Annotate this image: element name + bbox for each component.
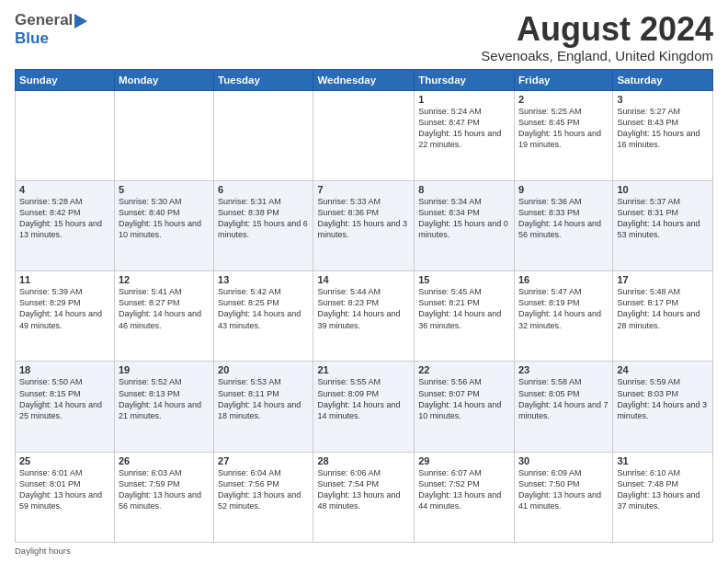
- day-number: 9: [518, 184, 609, 195]
- calendar-cell: 1Sunrise: 5:24 AM Sunset: 8:47 PM Daylig…: [415, 90, 515, 180]
- calendar-cell: 23Sunrise: 5:58 AM Sunset: 8:05 PM Dayli…: [514, 362, 612, 452]
- week-row-3: 11Sunrise: 5:39 AM Sunset: 8:29 PM Dayli…: [16, 271, 713, 362]
- day-number: 17: [617, 274, 709, 285]
- day-number: 12: [119, 274, 210, 285]
- day-number: 2: [518, 94, 609, 105]
- calendar-cell: 18Sunrise: 5:50 AM Sunset: 8:15 PM Dayli…: [16, 362, 115, 452]
- day-number: 19: [119, 364, 210, 375]
- logo-flag-icon: [74, 12, 89, 30]
- calendar-cell: 4Sunrise: 5:28 AM Sunset: 8:42 PM Daylig…: [16, 180, 115, 270]
- day-number: 20: [218, 364, 309, 375]
- day-info: Sunrise: 5:41 AM Sunset: 8:27 PM Dayligh…: [119, 286, 210, 331]
- day-number: 24: [617, 364, 709, 375]
- calendar-cell: 2Sunrise: 5:25 AM Sunset: 8:45 PM Daylig…: [514, 90, 612, 180]
- day-info: Sunrise: 5:30 AM Sunset: 8:40 PM Dayligh…: [119, 196, 210, 241]
- week-row-4: 18Sunrise: 5:50 AM Sunset: 8:15 PM Dayli…: [16, 362, 713, 452]
- calendar-cell: [114, 90, 213, 180]
- calendar-cell: 19Sunrise: 5:52 AM Sunset: 8:13 PM Dayli…: [114, 362, 213, 452]
- day-number: 27: [218, 455, 309, 466]
- day-header-wednesday: Wednesday: [313, 69, 415, 90]
- calendar-cell: 12Sunrise: 5:41 AM Sunset: 8:27 PM Dayli…: [114, 271, 213, 362]
- calendar-cell: 20Sunrise: 5:53 AM Sunset: 8:11 PM Dayli…: [214, 362, 313, 452]
- day-info: Sunrise: 5:25 AM Sunset: 8:45 PM Dayligh…: [518, 106, 609, 151]
- svg-marker-0: [74, 14, 87, 29]
- day-number: 21: [317, 364, 410, 375]
- day-info: Sunrise: 5:24 AM Sunset: 8:47 PM Dayligh…: [418, 106, 510, 151]
- footer-daylight-label: Daylight hours: [15, 546, 71, 556]
- day-info: Sunrise: 5:59 AM Sunset: 8:03 PM Dayligh…: [617, 376, 709, 421]
- week-row-2: 4Sunrise: 5:28 AM Sunset: 8:42 PM Daylig…: [16, 180, 713, 270]
- day-number: 30: [518, 455, 609, 466]
- day-info: Sunrise: 5:56 AM Sunset: 8:07 PM Dayligh…: [418, 376, 510, 421]
- day-info: Sunrise: 6:06 AM Sunset: 7:54 PM Dayligh…: [317, 467, 410, 512]
- calendar-cell: [313, 90, 415, 180]
- calendar-cell: 11Sunrise: 5:39 AM Sunset: 8:29 PM Dayli…: [16, 271, 115, 362]
- day-number: 15: [418, 274, 510, 285]
- calendar-cell: 30Sunrise: 6:09 AM Sunset: 7:50 PM Dayli…: [514, 452, 612, 542]
- logo-general-text: General: [15, 11, 73, 29]
- calendar-cell: [16, 90, 115, 180]
- day-number: 25: [19, 455, 110, 466]
- day-header-thursday: Thursday: [415, 69, 515, 90]
- day-number: 28: [317, 455, 410, 466]
- calendar-cell: 22Sunrise: 5:56 AM Sunset: 8:07 PM Dayli…: [415, 362, 515, 452]
- day-number: 18: [19, 364, 110, 375]
- calendar-cell: 29Sunrise: 6:07 AM Sunset: 7:52 PM Dayli…: [415, 452, 515, 542]
- day-info: Sunrise: 6:10 AM Sunset: 7:48 PM Dayligh…: [617, 467, 709, 512]
- day-number: 6: [218, 184, 309, 195]
- day-number: 22: [418, 364, 510, 375]
- day-info: Sunrise: 5:33 AM Sunset: 8:36 PM Dayligh…: [317, 196, 410, 241]
- day-info: Sunrise: 5:39 AM Sunset: 8:29 PM Dayligh…: [19, 286, 110, 331]
- calendar-cell: 27Sunrise: 6:04 AM Sunset: 7:56 PM Dayli…: [214, 452, 313, 542]
- calendar-cell: 14Sunrise: 5:44 AM Sunset: 8:23 PM Dayli…: [313, 271, 415, 362]
- calendar-cell: 9Sunrise: 5:36 AM Sunset: 8:33 PM Daylig…: [514, 180, 612, 270]
- day-number: 1: [418, 94, 510, 105]
- day-header-tuesday: Tuesday: [214, 69, 313, 90]
- day-info: Sunrise: 5:42 AM Sunset: 8:25 PM Dayligh…: [218, 286, 309, 331]
- calendar-cell: 21Sunrise: 5:55 AM Sunset: 8:09 PM Dayli…: [313, 362, 415, 452]
- calendar-cell: 8Sunrise: 5:34 AM Sunset: 8:34 PM Daylig…: [415, 180, 515, 270]
- day-info: Sunrise: 6:09 AM Sunset: 7:50 PM Dayligh…: [518, 467, 609, 512]
- day-info: Sunrise: 5:55 AM Sunset: 8:09 PM Dayligh…: [317, 376, 410, 421]
- footer-note: Daylight hours: [15, 546, 713, 556]
- day-info: Sunrise: 5:27 AM Sunset: 8:43 PM Dayligh…: [617, 106, 709, 151]
- day-number: 16: [518, 274, 609, 285]
- day-number: 7: [317, 184, 410, 195]
- week-row-5: 25Sunrise: 6:01 AM Sunset: 8:01 PM Dayli…: [16, 452, 713, 542]
- day-number: 4: [19, 184, 110, 195]
- day-info: Sunrise: 5:58 AM Sunset: 8:05 PM Dayligh…: [518, 376, 609, 421]
- day-number: 5: [119, 184, 210, 195]
- calendar-cell: 3Sunrise: 5:27 AM Sunset: 8:43 PM Daylig…: [613, 90, 713, 180]
- day-number: 26: [119, 455, 210, 466]
- day-info: Sunrise: 6:03 AM Sunset: 7:59 PM Dayligh…: [119, 467, 210, 512]
- day-number: 10: [617, 184, 709, 195]
- calendar-cell: 26Sunrise: 6:03 AM Sunset: 7:59 PM Dayli…: [114, 452, 213, 542]
- calendar-cell: 25Sunrise: 6:01 AM Sunset: 8:01 PM Dayli…: [16, 452, 115, 542]
- calendar-cell: 6Sunrise: 5:31 AM Sunset: 8:38 PM Daylig…: [214, 180, 313, 270]
- day-number: 11: [19, 274, 110, 285]
- calendar-table: SundayMondayTuesdayWednesdayThursdayFrid…: [15, 69, 713, 543]
- calendar-cell: 16Sunrise: 5:47 AM Sunset: 8:19 PM Dayli…: [514, 271, 612, 362]
- day-info: Sunrise: 6:07 AM Sunset: 7:52 PM Dayligh…: [418, 467, 510, 512]
- logo: General Blue: [15, 11, 89, 48]
- calendar-cell: 17Sunrise: 5:48 AM Sunset: 8:17 PM Dayli…: [613, 271, 713, 362]
- calendar-header-row: SundayMondayTuesdayWednesdayThursdayFrid…: [16, 69, 713, 90]
- calendar-cell: 31Sunrise: 6:10 AM Sunset: 7:48 PM Dayli…: [613, 452, 713, 542]
- day-info: Sunrise: 5:36 AM Sunset: 8:33 PM Dayligh…: [518, 196, 609, 241]
- day-info: Sunrise: 5:34 AM Sunset: 8:34 PM Dayligh…: [418, 196, 510, 241]
- location: Sevenoaks, England, United Kingdom: [481, 48, 713, 63]
- day-info: Sunrise: 6:04 AM Sunset: 7:56 PM Dayligh…: [218, 467, 309, 512]
- day-header-saturday: Saturday: [613, 69, 713, 90]
- day-header-friday: Friday: [514, 69, 612, 90]
- day-number: 3: [617, 94, 709, 105]
- day-number: 29: [418, 455, 510, 466]
- day-info: Sunrise: 5:48 AM Sunset: 8:17 PM Dayligh…: [617, 286, 709, 331]
- calendar-cell: 28Sunrise: 6:06 AM Sunset: 7:54 PM Dayli…: [313, 452, 415, 542]
- calendar-cell: 7Sunrise: 5:33 AM Sunset: 8:36 PM Daylig…: [313, 180, 415, 270]
- title-block: August 2024 Sevenoaks, England, United K…: [481, 11, 713, 63]
- page: General Blue August 2024 Sevenoaks, Engl…: [0, 0, 728, 563]
- day-info: Sunrise: 5:53 AM Sunset: 8:11 PM Dayligh…: [218, 376, 309, 421]
- day-number: 13: [218, 274, 309, 285]
- month-title: August 2024: [481, 11, 713, 48]
- day-number: 14: [317, 274, 410, 285]
